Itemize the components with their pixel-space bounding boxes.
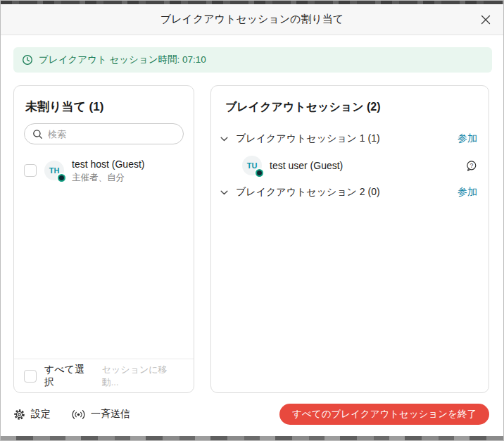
clock-icon — [22, 54, 33, 66]
unassigned-panel-footer: すべて選択 セッションに移動... — [14, 359, 194, 392]
select-all-label: すべて選択 — [44, 364, 94, 389]
search-box[interactable] — [24, 123, 184, 144]
breakout-assignment-dialog: ブレイクアウトセッションの割り当て ブレイクアウト セッション時間: 07:10… — [0, 0, 504, 441]
member-checkbox[interactable] — [24, 164, 37, 177]
session-row-2[interactable]: ブレイクアウトセッション 2 (0) 参加 — [211, 180, 489, 205]
end-all-sessions-button[interactable]: すべてのブレイクアウトセッションを終了 — [279, 404, 489, 425]
sessions-panel: ブレイクアウトセッション (2) ブレイクアウトセッション 1 (1) 参加 T… — [210, 85, 489, 393]
avatar: TH — [44, 161, 64, 180]
member-text: test host (Guest) 主催者、自分 — [72, 158, 144, 183]
member-name: test user (Guest) — [270, 160, 343, 171]
close-button[interactable] — [477, 11, 494, 28]
background-window-strip-bottom — [1, 436, 503, 440]
move-to-session-button[interactable]: セッションに移動... — [102, 364, 184, 389]
session-label: ブレイクアウトセッション 1 (1) — [236, 132, 380, 145]
select-all-checkbox[interactable] — [24, 370, 37, 383]
unassigned-panel: 未割り当て (1) TH test host (Guest) 主催者、自分 — [13, 85, 194, 393]
dialog-titlebar: ブレイクアウトセッションの割り当て — [1, 4, 503, 35]
session-row-1[interactable]: ブレイクアウトセッション 1 (1) 参加 — [211, 126, 489, 151]
settings-button[interactable]: 設定 — [13, 408, 51, 421]
session-timer-banner: ブレイクアウト セッション時間: 07:10 — [13, 47, 492, 73]
member-status-icon — [256, 169, 263, 177]
member-status-icon — [58, 174, 65, 182]
session-member-row[interactable]: TU test user (Guest) ? — [211, 151, 489, 180]
avatar: TU — [242, 156, 262, 175]
sessions-title: ブレイクアウトセッション (2) — [225, 100, 474, 115]
close-icon — [481, 15, 491, 25]
dialog-footer: 設定 一斉送信 すべてのブレイクアウトセッションを終了 — [13, 403, 489, 426]
join-session-1-link[interactable]: 参加 — [458, 132, 477, 145]
avatar-initials: TH — [49, 166, 60, 175]
chevron-down-icon[interactable] — [220, 137, 228, 142]
broadcast-label: 一斉送信 — [91, 408, 130, 421]
broadcast-icon — [72, 409, 85, 420]
session-label: ブレイクアウトセッション 2 (0) — [236, 186, 380, 199]
search-input[interactable] — [48, 129, 175, 139]
gear-icon — [13, 409, 25, 421]
help-request-button[interactable]: ? — [465, 160, 477, 172]
unassigned-member-row[interactable]: TH test host (Guest) 主催者、自分 — [14, 149, 194, 192]
member-subtitle: 主催者、自分 — [72, 172, 144, 183]
avatar-initials: TU — [247, 161, 258, 170]
join-session-2-link[interactable]: 参加 — [458, 186, 477, 199]
chevron-down-icon[interactable] — [220, 190, 228, 195]
svg-text:?: ? — [470, 161, 473, 168]
help-bubble-icon: ? — [465, 160, 477, 172]
content-panels: 未割り当て (1) TH test host (Guest) 主催者、自分 — [13, 85, 489, 393]
settings-label: 設定 — [31, 408, 51, 421]
search-icon — [32, 129, 43, 139]
session-timer-text: ブレイクアウト セッション時間: 07:10 — [39, 54, 206, 66]
member-name: test host (Guest) — [72, 158, 144, 170]
dialog-title: ブレイクアウトセッションの割り当て — [160, 13, 344, 26]
unassigned-title: 未割り当て (1) — [25, 99, 182, 115]
broadcast-button[interactable]: 一斉送信 — [72, 408, 130, 421]
